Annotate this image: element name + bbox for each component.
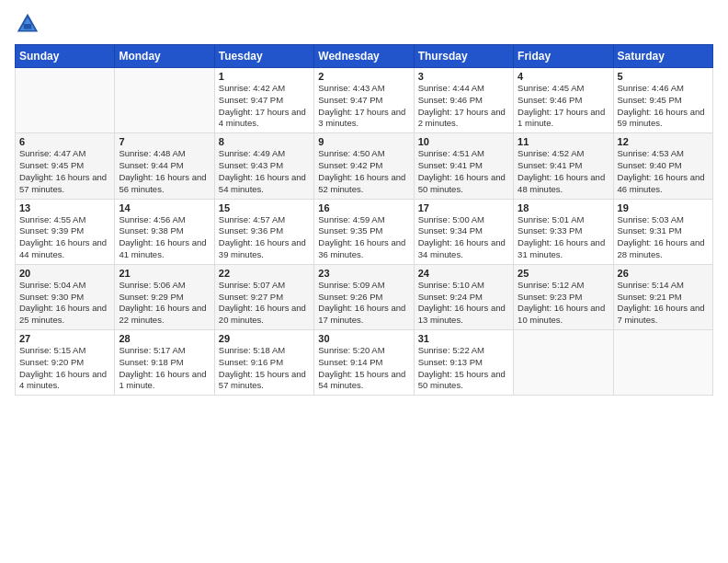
day-info: Sunrise: 4:44 AM Sunset: 9:46 PM Dayligh… [418, 83, 509, 130]
day-number: 4 [518, 71, 609, 82]
calendar-cell: 30Sunrise: 5:20 AM Sunset: 9:14 PM Dayli… [314, 330, 414, 396]
day-info: Sunrise: 4:42 AM Sunset: 9:47 PM Dayligh… [219, 83, 310, 130]
day-info: Sunrise: 5:06 AM Sunset: 9:29 PM Dayligh… [119, 280, 210, 327]
week-row-2: 6Sunrise: 4:47 AM Sunset: 9:45 PM Daylig… [16, 133, 713, 199]
day-header-thursday: Thursday [414, 45, 513, 68]
day-info: Sunrise: 5:17 AM Sunset: 9:18 PM Dayligh… [119, 345, 210, 392]
calendar-cell: 9Sunrise: 4:50 AM Sunset: 9:42 PM Daylig… [314, 133, 414, 199]
day-number: 5 [618, 71, 709, 82]
calendar-cell: 28Sunrise: 5:17 AM Sunset: 9:18 PM Dayli… [115, 330, 214, 396]
day-number: 29 [219, 333, 310, 344]
day-info: Sunrise: 5:15 AM Sunset: 9:20 PM Dayligh… [19, 345, 110, 392]
day-number: 25 [518, 268, 609, 279]
day-number: 20 [19, 268, 110, 279]
calendar-cell: 2Sunrise: 4:43 AM Sunset: 9:47 PM Daylig… [314, 68, 414, 133]
day-number: 21 [119, 268, 210, 279]
calendar-cell [514, 330, 613, 396]
calendar-cell: 11Sunrise: 4:52 AM Sunset: 9:41 PM Dayli… [514, 133, 613, 199]
calendar-cell: 31Sunrise: 5:22 AM Sunset: 9:13 PM Dayli… [414, 330, 513, 396]
week-row-3: 13Sunrise: 4:55 AM Sunset: 9:39 PM Dayli… [16, 199, 713, 264]
day-number: 26 [618, 268, 709, 279]
calendar-cell: 10Sunrise: 4:51 AM Sunset: 9:41 PM Dayli… [414, 133, 513, 199]
calendar-cell: 12Sunrise: 4:53 AM Sunset: 9:40 PM Dayli… [613, 133, 712, 199]
day-number: 15 [219, 202, 310, 213]
day-info: Sunrise: 4:52 AM Sunset: 9:41 PM Dayligh… [518, 148, 609, 195]
day-info: Sunrise: 4:48 AM Sunset: 9:44 PM Dayligh… [119, 148, 210, 195]
day-header-monday: Monday [115, 45, 214, 68]
day-number: 16 [318, 202, 409, 213]
day-info: Sunrise: 4:47 AM Sunset: 9:45 PM Dayligh… [19, 148, 110, 195]
day-info: Sunrise: 4:50 AM Sunset: 9:42 PM Dayligh… [318, 148, 409, 195]
day-number: 30 [318, 333, 409, 344]
day-number: 31 [418, 333, 509, 344]
day-info: Sunrise: 5:12 AM Sunset: 9:23 PM Dayligh… [518, 280, 609, 327]
week-row-1: 1Sunrise: 4:42 AM Sunset: 9:47 PM Daylig… [16, 68, 713, 133]
calendar-cell: 19Sunrise: 5:03 AM Sunset: 9:31 PM Dayli… [613, 199, 712, 264]
calendar-cell: 22Sunrise: 5:07 AM Sunset: 9:27 PM Dayli… [214, 264, 313, 329]
calendar-cell: 24Sunrise: 5:10 AM Sunset: 9:24 PM Dayli… [414, 264, 513, 329]
day-info: Sunrise: 4:45 AM Sunset: 9:46 PM Dayligh… [518, 83, 609, 130]
page: SundayMondayTuesdayWednesdayThursdayFrid… [0, 0, 728, 563]
day-number: 24 [418, 268, 509, 279]
calendar-cell: 15Sunrise: 4:57 AM Sunset: 9:36 PM Dayli… [214, 199, 313, 264]
day-info: Sunrise: 5:07 AM Sunset: 9:27 PM Dayligh… [219, 280, 310, 327]
day-number: 12 [618, 136, 709, 147]
day-info: Sunrise: 4:49 AM Sunset: 9:43 PM Dayligh… [219, 148, 310, 195]
day-number: 23 [318, 268, 409, 279]
day-number: 13 [19, 202, 110, 213]
day-number: 19 [618, 202, 709, 213]
calendar-cell: 18Sunrise: 5:01 AM Sunset: 9:33 PM Dayli… [514, 199, 613, 264]
day-info: Sunrise: 4:55 AM Sunset: 9:39 PM Dayligh… [19, 214, 110, 261]
day-info: Sunrise: 5:22 AM Sunset: 9:13 PM Dayligh… [418, 345, 509, 392]
header-row: SundayMondayTuesdayWednesdayThursdayFrid… [16, 45, 713, 68]
day-number: 1 [219, 71, 310, 82]
day-number: 22 [219, 268, 310, 279]
calendar-cell: 25Sunrise: 5:12 AM Sunset: 9:23 PM Dayli… [514, 264, 613, 329]
logo [15, 11, 44, 37]
day-header-saturday: Saturday [613, 45, 712, 68]
day-info: Sunrise: 5:20 AM Sunset: 9:14 PM Dayligh… [318, 345, 409, 392]
day-number: 10 [418, 136, 509, 147]
day-info: Sunrise: 4:51 AM Sunset: 9:41 PM Dayligh… [418, 148, 509, 195]
calendar-cell: 17Sunrise: 5:00 AM Sunset: 9:34 PM Dayli… [414, 199, 513, 264]
day-info: Sunrise: 5:04 AM Sunset: 9:30 PM Dayligh… [19, 280, 110, 327]
day-number: 17 [418, 202, 509, 213]
day-info: Sunrise: 5:03 AM Sunset: 9:31 PM Dayligh… [618, 214, 709, 261]
calendar-cell: 13Sunrise: 4:55 AM Sunset: 9:39 PM Dayli… [16, 199, 115, 264]
calendar-cell [16, 68, 115, 133]
calendar-body: 1Sunrise: 4:42 AM Sunset: 9:47 PM Daylig… [16, 68, 713, 396]
calendar-cell: 5Sunrise: 4:46 AM Sunset: 9:45 PM Daylig… [613, 68, 712, 133]
calendar-cell [613, 330, 712, 396]
day-info: Sunrise: 4:56 AM Sunset: 9:38 PM Dayligh… [119, 214, 210, 261]
day-number: 28 [119, 333, 210, 344]
day-info: Sunrise: 5:00 AM Sunset: 9:34 PM Dayligh… [418, 214, 509, 261]
day-number: 27 [19, 333, 110, 344]
week-row-5: 27Sunrise: 5:15 AM Sunset: 9:20 PM Dayli… [16, 330, 713, 396]
day-info: Sunrise: 5:14 AM Sunset: 9:21 PM Dayligh… [618, 280, 709, 327]
day-number: 7 [119, 136, 210, 147]
calendar-cell: 16Sunrise: 4:59 AM Sunset: 9:35 PM Dayli… [314, 199, 414, 264]
calendar-cell: 26Sunrise: 5:14 AM Sunset: 9:21 PM Dayli… [613, 264, 712, 329]
calendar-cell: 1Sunrise: 4:42 AM Sunset: 9:47 PM Daylig… [214, 68, 313, 133]
day-info: Sunrise: 4:53 AM Sunset: 9:40 PM Dayligh… [618, 148, 709, 195]
header [15, 11, 713, 37]
calendar-cell: 27Sunrise: 5:15 AM Sunset: 9:20 PM Dayli… [16, 330, 115, 396]
day-info: Sunrise: 4:59 AM Sunset: 9:35 PM Dayligh… [318, 214, 409, 261]
day-number: 6 [19, 136, 110, 147]
day-info: Sunrise: 5:10 AM Sunset: 9:24 PM Dayligh… [418, 280, 509, 327]
day-number: 18 [518, 202, 609, 213]
calendar-cell: 21Sunrise: 5:06 AM Sunset: 9:29 PM Dayli… [115, 264, 214, 329]
logo-icon [15, 11, 40, 37]
day-info: Sunrise: 4:43 AM Sunset: 9:47 PM Dayligh… [318, 83, 409, 130]
week-row-4: 20Sunrise: 5:04 AM Sunset: 9:30 PM Dayli… [16, 264, 713, 329]
day-header-sunday: Sunday [16, 45, 115, 68]
calendar-cell: 20Sunrise: 5:04 AM Sunset: 9:30 PM Dayli… [16, 264, 115, 329]
day-number: 3 [418, 71, 509, 82]
calendar-cell: 8Sunrise: 4:49 AM Sunset: 9:43 PM Daylig… [214, 133, 313, 199]
day-number: 14 [119, 202, 210, 213]
calendar-cell: 29Sunrise: 5:18 AM Sunset: 9:16 PM Dayli… [214, 330, 313, 396]
day-info: Sunrise: 5:01 AM Sunset: 9:33 PM Dayligh… [518, 214, 609, 261]
calendar-cell: 6Sunrise: 4:47 AM Sunset: 9:45 PM Daylig… [16, 133, 115, 199]
day-number: 8 [219, 136, 310, 147]
day-header-friday: Friday [514, 45, 613, 68]
